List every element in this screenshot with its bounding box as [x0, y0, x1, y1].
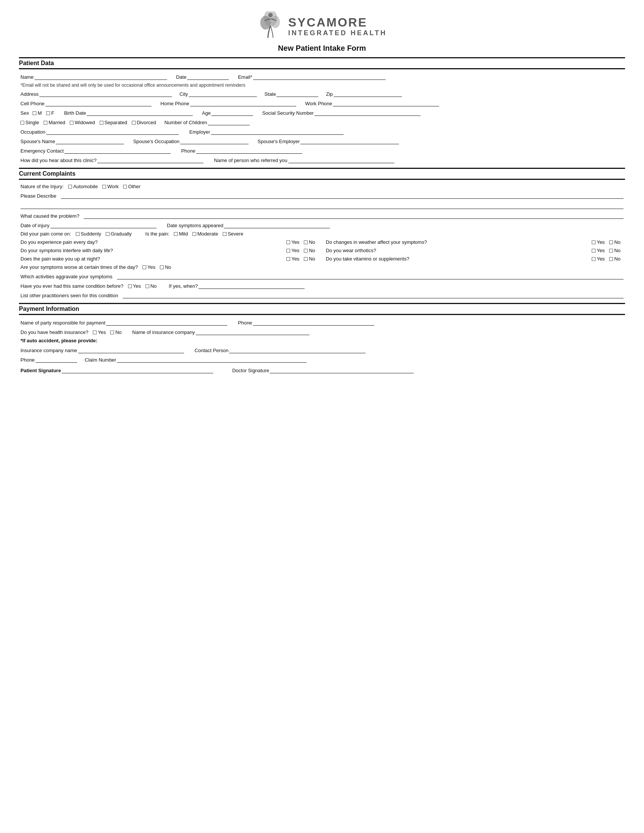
current-complaints-content: Nature of the Injury: Automobile Work Ot… — [19, 183, 625, 298]
auto-ins-name-input[interactable] — [78, 346, 184, 353]
orthotics-label: Do you wear orthotics? — [326, 248, 590, 253]
pain-every-day-yes-checkbox[interactable] — [287, 240, 290, 244]
vitamins-yes-checkbox[interactable] — [592, 257, 596, 261]
pain-wake-yes-checkbox[interactable] — [287, 257, 290, 261]
worse-times-yes-checkbox[interactable] — [142, 265, 146, 269]
date-injury-input[interactable] — [50, 222, 156, 228]
name-group: Name — [21, 73, 167, 80]
name-input[interactable] — [34, 73, 167, 80]
work-checkbox[interactable] — [102, 185, 106, 188]
referral-input[interactable] — [288, 156, 394, 163]
address-input[interactable] — [39, 90, 172, 97]
birth-date-input[interactable] — [87, 109, 193, 116]
separated-checkbox[interactable] — [100, 121, 103, 125]
worse-times-no-checkbox[interactable] — [160, 265, 164, 269]
practitioners-input[interactable] — [123, 291, 623, 298]
symptoms-interfere-no-checkbox[interactable] — [304, 249, 308, 252]
weather-yes-checkbox[interactable] — [592, 240, 596, 244]
spouses-employer-input[interactable] — [300, 137, 399, 144]
health-insurance-label: Do you have health insurance? — [21, 330, 88, 335]
responsible-party-row: Name of party responsible for payment Ph… — [21, 319, 623, 326]
employer-input[interactable] — [211, 128, 344, 135]
occupation-input[interactable] — [46, 128, 179, 135]
health-ins-no-checkbox[interactable] — [110, 331, 114, 334]
widowed-checkbox-label: Widowed — [70, 120, 95, 125]
how-heard-input[interactable] — [97, 156, 203, 163]
name-label: Name — [21, 74, 34, 80]
current-complaints-title: Current Complaints — [19, 170, 625, 177]
male-checkbox[interactable] — [32, 111, 36, 115]
email-input[interactable] — [253, 73, 386, 80]
married-checkbox[interactable] — [43, 121, 47, 125]
health-ins-yes-checkbox[interactable] — [93, 331, 97, 334]
spouses-occupation-input[interactable] — [180, 137, 248, 144]
emergency-phone-input[interactable] — [196, 147, 302, 154]
cell-phone-input[interactable] — [45, 100, 151, 106]
suddenly-checkbox[interactable] — [76, 232, 80, 236]
widowed-checkbox[interactable] — [70, 121, 74, 125]
if-yes-when-input[interactable] — [198, 282, 304, 289]
weather-row: Do changes in weather affect your sympto… — [326, 239, 623, 245]
spouses-name-input[interactable] — [56, 137, 124, 144]
auto-checkbox[interactable] — [68, 185, 72, 188]
doctor-sig-input[interactable] — [270, 367, 414, 373]
emergency-contact-input[interactable] — [64, 147, 171, 154]
patient-sig-input[interactable] — [62, 367, 213, 373]
female-label: F — [51, 110, 54, 116]
female-checkbox[interactable] — [46, 111, 50, 115]
same-condition-no-checkbox[interactable] — [145, 285, 149, 288]
cause-row: What caused the problem? — [21, 212, 623, 219]
mild-checkbox[interactable] — [174, 232, 178, 236]
num-children-input[interactable] — [208, 119, 250, 125]
payment-phone-input[interactable] — [253, 319, 374, 326]
address-row: Address City State Zip — [21, 90, 623, 97]
date-input[interactable] — [187, 73, 229, 80]
pain-every-day-row: Do you experience pain every day? Yes No — [21, 239, 318, 245]
severe-checkbox[interactable] — [223, 232, 227, 236]
single-checkbox[interactable] — [21, 121, 24, 125]
gradually-checkbox[interactable] — [106, 232, 109, 236]
payment-section-header: Payment Information — [19, 303, 625, 315]
city-input[interactable] — [188, 90, 257, 97]
moderate-checkbox[interactable] — [192, 232, 196, 236]
vitamins-no-checkbox[interactable] — [609, 257, 613, 261]
orthotics-yes-checkbox[interactable] — [592, 249, 596, 252]
email-label: Email* — [238, 74, 252, 80]
referral-row: How did you hear about this clinic? Name… — [21, 156, 623, 163]
widowed-label: Widowed — [75, 120, 95, 125]
responsible-party-input[interactable] — [106, 319, 227, 326]
divorced-checkbox[interactable] — [132, 121, 135, 125]
symptoms-interfere-yes-checkbox[interactable] — [287, 249, 290, 252]
contact-person-input[interactable] — [229, 346, 365, 353]
orthotics-no-checkbox[interactable] — [609, 249, 613, 252]
pain-wake-row: Does the pain wake you up at night? Yes … — [21, 256, 318, 262]
pain-wake-no-checkbox[interactable] — [304, 257, 308, 261]
activities-row: Which activities aggravate your symptoms — [21, 273, 623, 280]
please-describe-input[interactable] — [61, 192, 623, 199]
zip-input[interactable] — [334, 90, 402, 97]
state-input[interactable] — [277, 90, 318, 97]
ssn-input[interactable] — [314, 109, 420, 116]
pain-every-day-no-checkbox[interactable] — [304, 240, 308, 244]
other-checkbox[interactable] — [123, 185, 127, 188]
married-label: Married — [48, 120, 65, 125]
pain-every-day-no: No — [309, 239, 315, 245]
age-input[interactable] — [211, 109, 253, 116]
claim-number-input[interactable] — [117, 356, 306, 363]
home-phone-input[interactable] — [190, 100, 296, 106]
weather-no-checkbox[interactable] — [609, 240, 613, 244]
work-phone-input[interactable] — [333, 100, 439, 106]
same-condition-yes-checkbox[interactable] — [128, 285, 132, 288]
form-title: New Patient Intake Form — [19, 44, 625, 53]
nature-label: Nature of the Injury: — [21, 183, 64, 189]
date-symptoms-input[interactable] — [224, 222, 330, 228]
pain-questions-two-col: Do you experience pain every day? Yes No… — [21, 239, 623, 264]
payment-phone-label: Phone — [238, 320, 252, 326]
is-pain-label: Is the pain: — [145, 231, 170, 236]
auto-checkbox-label: Automobile — [68, 183, 98, 189]
if-yes-when-label: If yes, when? — [169, 283, 198, 289]
auto-phone-input[interactable] — [35, 356, 77, 363]
cause-input[interactable] — [84, 212, 623, 219]
insurance-company-input[interactable] — [196, 328, 309, 335]
activities-input[interactable] — [117, 273, 623, 280]
